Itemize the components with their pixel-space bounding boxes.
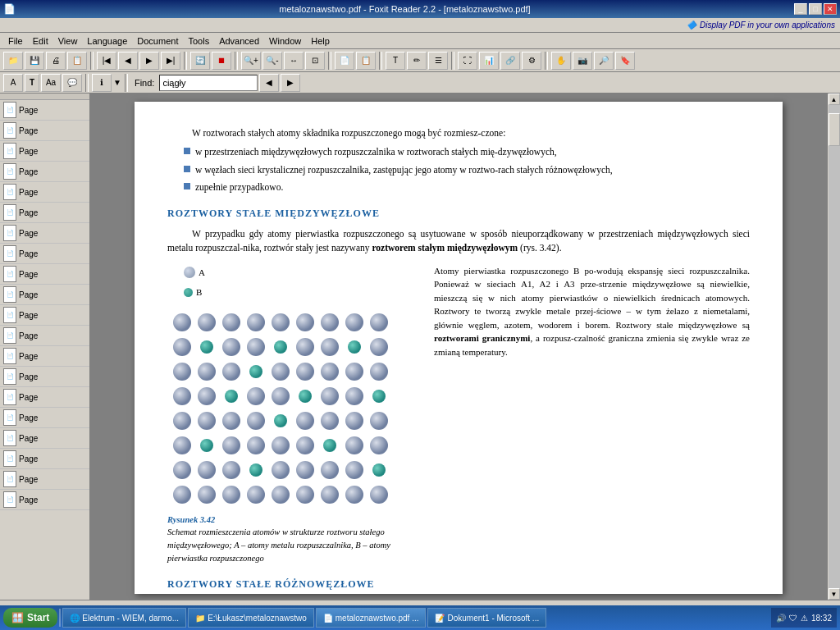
task-icon-4: 📝: [435, 614, 445, 623]
menu-document[interactable]: Document: [132, 34, 183, 48]
page-thumbnail-icon: 📄: [3, 471, 16, 487]
page-label: Page: [19, 188, 38, 197]
font-btn[interactable]: T: [25, 74, 39, 92]
page-label: Page: [19, 147, 38, 156]
copy-button[interactable]: 📄: [335, 52, 354, 70]
last-page-button[interactable]: ▶|: [161, 52, 180, 70]
sidebar-page-19[interactable]: 📄 Page: [0, 469, 89, 490]
paste-button[interactable]: 📋: [356, 52, 376, 70]
sidebar-page-14[interactable]: 📄 Page: [0, 367, 89, 387]
minimize-button[interactable]: _: [794, 3, 807, 15]
page-thumbnail-icon: 📄: [3, 102, 16, 118]
sidebar-page-1[interactable]: 📄 Page: [0, 100, 89, 121]
window-controls: _ □ ✕: [794, 3, 837, 15]
sidebar-page-3[interactable]: 📄 Page: [0, 141, 89, 162]
sidebar-page-7[interactable]: 📄 Page: [0, 223, 89, 244]
properties-button[interactable]: 📋: [67, 52, 87, 70]
page-label: Page: [19, 208, 38, 217]
info-btn[interactable]: ℹ: [92, 74, 112, 92]
info-dropdown: ▼: [113, 78, 121, 87]
sidebar-page-9[interactable]: 📄 Page: [0, 264, 89, 285]
sidebar-page-4[interactable]: 📄 Page: [0, 162, 89, 182]
sidebar-page-11[interactable]: 📄 Page: [0, 305, 89, 326]
bookmark-button[interactable]: 🔖: [615, 52, 635, 70]
bullet-item-1: w przestrzeniach międzywęzłowych rozpusz…: [184, 145, 750, 159]
fit-width-button[interactable]: ↔: [284, 52, 304, 70]
sidebar-page-12[interactable]: 📄 Page: [0, 326, 89, 346]
tool2-button[interactable]: ✏: [407, 52, 427, 70]
ad-bar: 🔷 Display PDF in your own applications: [0, 18, 840, 33]
scroll-down-button[interactable]: ▼: [829, 588, 840, 600]
svg-point-62: [372, 463, 386, 477]
task-icon-3: 📄: [323, 614, 333, 623]
page-label: Page: [19, 495, 38, 504]
find-prev-button[interactable]: ◀: [259, 74, 279, 92]
sidebar-page-20[interactable]: 📄 Page: [0, 490, 89, 510]
highlight-btn[interactable]: Aa: [41, 74, 61, 92]
taskbar-item-pdf[interactable]: 📄 metaloznawstwo.pdf ...: [316, 608, 427, 628]
next-page-button[interactable]: ▶: [139, 52, 159, 70]
section2-header: ROZTWORY STAŁE RÓŻNOWĘZŁOWE: [167, 577, 750, 591]
menu-advanced[interactable]: Advanced: [214, 34, 264, 48]
stop-button[interactable]: ⏹: [212, 52, 231, 70]
maximize-button[interactable]: □: [809, 3, 822, 15]
taskbar-item-word[interactable]: 📝 Dokument1 - Microsoft ...: [427, 608, 546, 628]
text-select-button[interactable]: A: [3, 74, 23, 92]
separator-4: [328, 52, 331, 70]
scroll-up-button[interactable]: ▲: [829, 94, 840, 105]
zoom-out-button[interactable]: 🔍-: [262, 52, 282, 70]
sidebar-page-16[interactable]: 📄 Page: [0, 408, 89, 428]
fit-page-button[interactable]: ⊡: [305, 52, 325, 70]
refresh-button[interactable]: 🔄: [190, 52, 210, 70]
tool7-button[interactable]: ⚙: [522, 52, 541, 70]
sidebar-page-18[interactable]: 📄 Page: [0, 449, 89, 469]
svg-point-33: [321, 387, 339, 405]
tool4-button[interactable]: ⛶: [458, 52, 477, 70]
sidebar-page-10[interactable]: 📄 Page: [0, 285, 89, 305]
close-button[interactable]: ✕: [824, 3, 837, 15]
svg-point-11: [222, 338, 240, 356]
menu-tools[interactable]: Tools: [183, 34, 214, 48]
svg-point-16: [348, 340, 361, 354]
right-scrollbar[interactable]: ▲ ▼: [827, 94, 840, 600]
sidebar-page-15[interactable]: 📄 Page: [0, 387, 89, 408]
menu-language[interactable]: Language: [82, 34, 132, 48]
sidebar-page-13[interactable]: 📄 Page: [0, 346, 89, 367]
menu-file[interactable]: File: [3, 34, 28, 48]
sidebar-page-6[interactable]: 📄 Page: [0, 203, 89, 223]
menu-view[interactable]: View: [53, 34, 83, 48]
pdf-content-area[interactable]: W roztworach stałych atomy składnika roz…: [90, 94, 827, 600]
prev-page-button[interactable]: ◀: [118, 52, 138, 70]
save-button[interactable]: 💾: [25, 52, 44, 70]
snapshot-button[interactable]: 📷: [573, 52, 592, 70]
legend-atom-a: [184, 267, 195, 278]
find-input[interactable]: [159, 75, 258, 91]
note-btn[interactable]: 💬: [62, 74, 82, 92]
figure-area: A B: [167, 264, 750, 565]
sidebar-page-5[interactable]: 📄 Page: [0, 182, 89, 203]
tool1-button[interactable]: T: [386, 52, 405, 70]
taskbar-item-explorer[interactable]: 📁 E:\Łukasz\metaloznawstwo: [188, 608, 314, 628]
taskbar-item-elektrum[interactable]: 🌐 Elektrum - WIEM, darmo...: [62, 608, 186, 628]
page-thumbnail-icon: 📄: [3, 184, 16, 200]
search-button[interactable]: 🔎: [594, 52, 614, 70]
print-button[interactable]: 🖨: [46, 52, 66, 70]
find-next-button[interactable]: ▶: [281, 74, 300, 92]
svg-point-6: [321, 313, 339, 331]
sidebar-page-2[interactable]: 📄 Page: [0, 121, 89, 141]
menu-help[interactable]: Help: [306, 34, 335, 48]
open-button[interactable]: 📁: [3, 52, 23, 70]
sidebar-page-17[interactable]: 📄 Page: [0, 428, 89, 449]
hand-tool-button[interactable]: ✋: [551, 52, 571, 70]
menu-window[interactable]: Window: [264, 34, 306, 48]
zoom-in-button[interactable]: 🔍+: [241, 52, 261, 70]
tool5-button[interactable]: 📊: [479, 52, 499, 70]
start-button[interactable]: 🪟 Start: [3, 608, 57, 628]
page-thumbnail-icon: 📄: [3, 430, 16, 446]
scroll-thumb[interactable]: [829, 113, 840, 146]
sidebar-page-8[interactable]: 📄 Page: [0, 244, 89, 264]
menu-edit[interactable]: Edit: [28, 34, 53, 48]
tool3-button[interactable]: ☰: [428, 52, 448, 70]
first-page-button[interactable]: |◀: [97, 52, 116, 70]
tool6-button[interactable]: 🔗: [500, 52, 520, 70]
